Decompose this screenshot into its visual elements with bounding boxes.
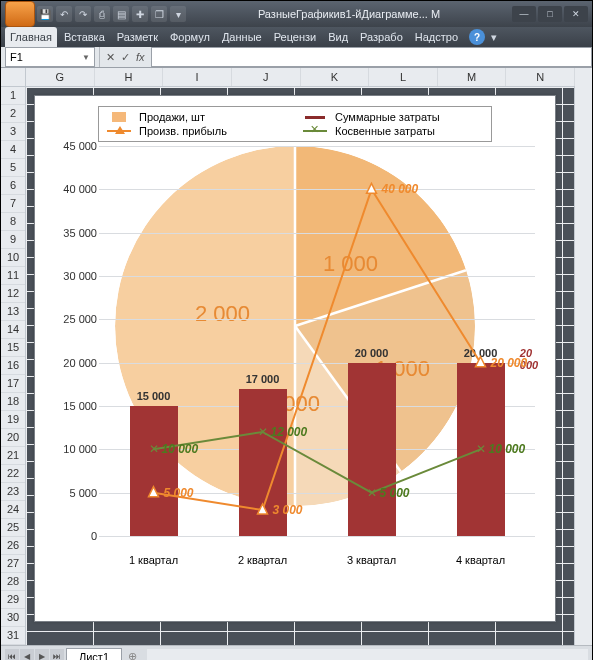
row-header[interactable]: 19 bbox=[1, 411, 25, 429]
row-header[interactable]: 28 bbox=[1, 573, 25, 591]
window-title: РазныеГрафикив1-йДиаграмме... М bbox=[188, 8, 510, 20]
maximize-button[interactable]: □ bbox=[538, 6, 562, 22]
cancel-formula-icon[interactable]: ✕ bbox=[106, 51, 115, 64]
legend-item-total-costs[interactable]: Суммарные затраты bbox=[301, 111, 485, 123]
row-header[interactable]: 14 bbox=[1, 321, 25, 339]
x-tick-label: 4 квартал bbox=[426, 554, 535, 566]
chart-plot-area[interactable]: 2 000 3 000 1 000 1 000 05 00010 00015 0… bbox=[55, 146, 535, 576]
row-header[interactable]: 16 bbox=[1, 357, 25, 375]
qat-more-icon[interactable]: ▾ bbox=[170, 6, 186, 22]
row-header[interactable]: 4 bbox=[1, 141, 25, 159]
row-header[interactable]: 27 bbox=[1, 555, 25, 573]
formula-input[interactable] bbox=[151, 47, 592, 67]
qat-redo-icon[interactable]: ↷ bbox=[75, 6, 91, 22]
tab-data[interactable]: Данные bbox=[217, 27, 267, 47]
row-header[interactable]: 1 bbox=[1, 87, 25, 105]
horizontal-scrollbar[interactable] bbox=[147, 649, 588, 660]
enter-formula-icon[interactable]: ✓ bbox=[121, 51, 130, 64]
ribbon-minimize-icon[interactable]: ▾ bbox=[491, 31, 497, 44]
row-header[interactable]: 29 bbox=[1, 591, 25, 609]
row-header[interactable]: 23 bbox=[1, 483, 25, 501]
legend-item-sales[interactable]: Продажи, шт bbox=[105, 111, 289, 123]
row-header[interactable]: 25 bbox=[1, 519, 25, 537]
legend-item-profit[interactable]: Произв. прибыль bbox=[105, 125, 289, 137]
row-header[interactable]: 24 bbox=[1, 501, 25, 519]
column-header[interactable]: M bbox=[438, 68, 507, 86]
close-button[interactable]: ✕ bbox=[564, 6, 588, 22]
row-header[interactable]: 3 bbox=[1, 123, 25, 141]
svg-text:✕: ✕ bbox=[476, 442, 486, 456]
row-header[interactable]: 6 bbox=[1, 177, 25, 195]
row-header[interactable]: 10 bbox=[1, 249, 25, 267]
legend-label: Косвенные затраты bbox=[335, 125, 435, 137]
column-header[interactable]: J bbox=[232, 68, 301, 86]
svg-marker-5 bbox=[149, 487, 159, 497]
row-header[interactable]: 17 bbox=[1, 375, 25, 393]
row-header[interactable]: 9 bbox=[1, 231, 25, 249]
sheet-tab[interactable]: Лист1 bbox=[66, 648, 122, 661]
tab-addins[interactable]: Надстро bbox=[410, 27, 463, 47]
name-box-value: F1 bbox=[10, 51, 23, 63]
office-button[interactable] bbox=[5, 1, 35, 27]
tab-insert[interactable]: Вставка bbox=[59, 27, 110, 47]
row-header[interactable]: 20 bbox=[1, 429, 25, 447]
column-header[interactable]: I bbox=[163, 68, 232, 86]
row-header[interactable]: 2 bbox=[1, 105, 25, 123]
tab-review[interactable]: Рецензи bbox=[269, 27, 322, 47]
tab-formulas[interactable]: Формул bbox=[165, 27, 215, 47]
legend-item-indirect-costs[interactable]: Косвенные затраты bbox=[301, 125, 485, 137]
row-header[interactable]: 18 bbox=[1, 393, 25, 411]
column-header[interactable]: G bbox=[26, 68, 95, 86]
legend-label: Продажи, шт bbox=[139, 111, 205, 123]
tab-nav-last-icon[interactable]: ⏭ bbox=[50, 649, 64, 660]
row-header[interactable]: 22 bbox=[1, 465, 25, 483]
vertical-scrollbar[interactable] bbox=[574, 87, 592, 645]
qat-undo-icon[interactable]: ↶ bbox=[56, 6, 72, 22]
tab-developer[interactable]: Разрабо bbox=[355, 27, 408, 47]
row-header[interactable]: 7 bbox=[1, 195, 25, 213]
row-header[interactable]: 12 bbox=[1, 285, 25, 303]
name-box-dropdown-icon[interactable]: ▼ bbox=[82, 53, 90, 62]
row-header[interactable]: 15 bbox=[1, 339, 25, 357]
help-button[interactable]: ? bbox=[469, 29, 485, 45]
tab-nav-next-icon[interactable]: ▶ bbox=[35, 649, 49, 660]
svg-text:✕: ✕ bbox=[367, 486, 377, 500]
tab-view[interactable]: Вид bbox=[323, 27, 353, 47]
row-header[interactable]: 26 bbox=[1, 537, 25, 555]
y-tick-label: 5 000 bbox=[69, 487, 97, 499]
column-header[interactable]: N bbox=[506, 68, 575, 86]
minimize-button[interactable]: — bbox=[512, 6, 536, 22]
cell-grid[interactable]: Продажи, шт Суммарные затраты Произв. пр… bbox=[26, 87, 574, 645]
qat-save-icon[interactable]: 💾 bbox=[37, 6, 53, 22]
column-header[interactable]: K bbox=[301, 68, 370, 86]
new-sheet-icon[interactable]: ⊕ bbox=[128, 650, 137, 661]
svg-marker-9 bbox=[367, 183, 377, 193]
y-axis: 05 00010 00015 00020 00025 00030 00035 0… bbox=[55, 146, 99, 536]
qat-preview-icon[interactable]: ❐ bbox=[151, 6, 167, 22]
qat-open-icon[interactable]: ▤ bbox=[113, 6, 129, 22]
chart-legend[interactable]: Продажи, шт Суммарные затраты Произв. пр… bbox=[98, 106, 492, 142]
row-header[interactable]: 8 bbox=[1, 213, 25, 231]
name-box[interactable]: F1 ▼ bbox=[5, 47, 95, 67]
svg-text:3 000: 3 000 bbox=[273, 503, 303, 517]
tab-layout[interactable]: Разметк bbox=[112, 27, 163, 47]
column-header[interactable]: L bbox=[369, 68, 438, 86]
row-header[interactable]: 30 bbox=[1, 609, 25, 627]
qat-new-icon[interactable]: ✚ bbox=[132, 6, 148, 22]
row-header[interactable]: 13 bbox=[1, 303, 25, 321]
row-header[interactable]: 11 bbox=[1, 267, 25, 285]
qat-print-icon[interactable]: ⎙ bbox=[94, 6, 110, 22]
fx-icon[interactable]: fx bbox=[136, 51, 145, 63]
tab-nav-first-icon[interactable]: ⏮ bbox=[5, 649, 19, 660]
select-all-corner[interactable] bbox=[1, 68, 26, 87]
chart-object[interactable]: Продажи, шт Суммарные затраты Произв. пр… bbox=[34, 95, 556, 622]
legend-label: Произв. прибыль bbox=[139, 125, 227, 137]
row-header[interactable]: 21 bbox=[1, 447, 25, 465]
tab-home[interactable]: Главная bbox=[5, 27, 57, 47]
row-header[interactable]: 5 bbox=[1, 159, 25, 177]
column-header[interactable]: H bbox=[95, 68, 164, 86]
app-window: 💾 ↶ ↷ ⎙ ▤ ✚ ❐ ▾ РазныеГрафикив1-йДиаграм… bbox=[0, 0, 593, 660]
ribbon-tabs: Главная Вставка Разметк Формул Данные Ре… bbox=[1, 27, 592, 47]
tab-nav-prev-icon[interactable]: ◀ bbox=[20, 649, 34, 660]
row-header[interactable]: 31 bbox=[1, 627, 25, 645]
